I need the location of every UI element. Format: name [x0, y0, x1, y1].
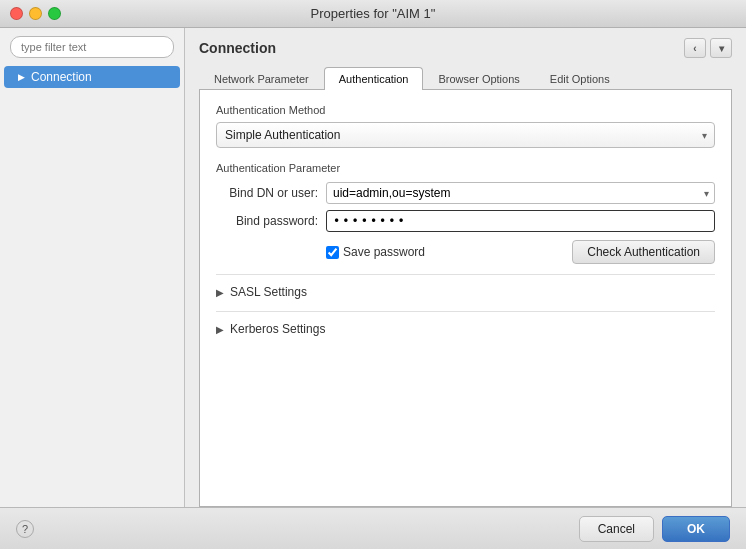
check-auth-button[interactable]: Check Authentication: [572, 240, 715, 264]
save-password-label: Save password: [343, 245, 425, 259]
auth-param-label: Authentication Parameter: [216, 162, 715, 174]
kerberos-label: Kerberos Settings: [230, 322, 325, 336]
bind-password-label: Bind password:: [216, 214, 326, 228]
auth-method-select[interactable]: Simple Authentication SASL Kerberos: [216, 122, 715, 148]
tab-browser[interactable]: Browser Options: [423, 67, 534, 90]
tab-network[interactable]: Network Parameter: [199, 67, 324, 90]
titlebar: Properties for "AIM 1": [0, 0, 746, 28]
section-title: Connection: [199, 40, 276, 56]
tab-panel-auth: Authentication Method Simple Authenticat…: [199, 90, 732, 507]
section-header: Connection ‹ ▾: [199, 38, 732, 58]
expand-arrow-icon: ▶: [18, 72, 25, 82]
sidebar-item-connection[interactable]: ▶ Connection: [4, 66, 180, 88]
kerberos-expand-icon: ▶: [216, 324, 224, 335]
main-layout: ▶ Connection Connection ‹ ▾ Network Para…: [0, 28, 746, 507]
window-title: Properties for "AIM 1": [311, 6, 436, 21]
save-password-checkbox-label[interactable]: Save password: [326, 245, 425, 259]
help-icon: ?: [22, 523, 28, 535]
filter-input[interactable]: [10, 36, 174, 58]
sasl-expander-row[interactable]: ▶ SASL Settings: [216, 283, 715, 301]
sidebar-item-label: Connection: [31, 70, 92, 84]
bind-dn-label: Bind DN or user:: [216, 186, 326, 200]
bind-dn-input-wrap: ▾: [326, 182, 715, 204]
content-area: Connection ‹ ▾ Network Parameter Authent…: [185, 28, 746, 507]
close-button[interactable]: [10, 7, 23, 20]
nav-back-button[interactable]: ‹: [684, 38, 706, 58]
bottom-buttons: Cancel OK: [579, 516, 730, 542]
bind-password-row: Bind password:: [216, 210, 715, 232]
auth-method-select-wrap: Simple Authentication SASL Kerberos ▾: [216, 122, 715, 148]
save-password-checkbox[interactable]: [326, 246, 339, 259]
chevron-left-icon: ‹: [693, 43, 696, 54]
header-icons: ‹ ▾: [684, 38, 732, 58]
tab-edit[interactable]: Edit Options: [535, 67, 625, 90]
bind-password-input[interactable]: [326, 210, 715, 232]
tab-authentication[interactable]: Authentication: [324, 67, 424, 90]
sasl-expander: ▶ SASL Settings: [216, 274, 715, 301]
help-button[interactable]: ?: [16, 520, 34, 538]
minimize-button[interactable]: [29, 7, 42, 20]
nav-menu-button[interactable]: ▾: [710, 38, 732, 58]
traffic-lights: [10, 7, 61, 20]
bind-password-input-wrap: [326, 210, 715, 232]
kerberos-expander: ▶ Kerberos Settings: [216, 311, 715, 338]
ok-button[interactable]: OK: [662, 516, 730, 542]
filter-wrap: [0, 36, 184, 66]
auth-method-label: Authentication Method: [216, 104, 715, 116]
bottom-bar: ? Cancel OK: [0, 507, 746, 549]
sidebar: ▶ Connection: [0, 28, 185, 507]
bind-dn-input[interactable]: [326, 182, 715, 204]
kerberos-expander-row[interactable]: ▶ Kerberos Settings: [216, 320, 715, 338]
chevron-down-icon: ▾: [719, 43, 724, 54]
cancel-button[interactable]: Cancel: [579, 516, 654, 542]
maximize-button[interactable]: [48, 7, 61, 20]
bind-dn-row: Bind DN or user: ▾: [216, 182, 715, 204]
tab-bar: Network Parameter Authentication Browser…: [199, 66, 732, 90]
actions-row: Save password Check Authentication: [326, 240, 715, 264]
sasl-label: SASL Settings: [230, 285, 307, 299]
sasl-expand-icon: ▶: [216, 287, 224, 298]
